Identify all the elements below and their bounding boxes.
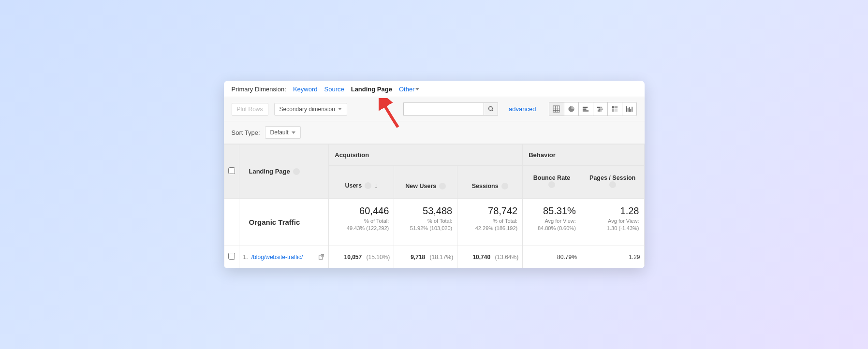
help-icon[interactable] — [501, 183, 508, 189]
comparison-icon — [597, 105, 604, 113]
sessions-header-label: Sessions — [472, 183, 499, 189]
sessions-header[interactable]: Sessions — [457, 166, 523, 199]
svg-rect-19 — [614, 106, 618, 108]
dimension-other[interactable]: Other — [399, 86, 420, 93]
row-checkbox[interactable] — [228, 253, 235, 260]
total-bounce: 85.31% Avg for View: 84.80% (0.60%) — [523, 199, 581, 246]
help-icon[interactable] — [548, 181, 555, 188]
landing-page-header-label: Landing Page — [249, 168, 290, 175]
svg-rect-16 — [600, 110, 602, 111]
view-bar-button[interactable] — [578, 102, 593, 116]
totals-row: Organic Traffic 60,446 % of Total: 49.43… — [224, 199, 644, 246]
behavior-group-header: Behavior — [523, 145, 644, 166]
search-input[interactable] — [403, 102, 484, 116]
svg-rect-8 — [582, 107, 587, 108]
total-users-sub2: 49.43% (122,292) — [347, 225, 389, 231]
users-header-label: Users — [345, 182, 362, 189]
svg-rect-22 — [627, 108, 628, 112]
total-bounce-value: 85.31% — [528, 205, 576, 217]
bars-icon — [626, 105, 633, 113]
search-button[interactable] — [484, 102, 498, 116]
pps-header[interactable]: Pages / Session — [581, 166, 644, 199]
dimension-landing-page[interactable]: Landing Page — [351, 86, 392, 93]
total-sessions-sub2: 42.29% (186,192) — [475, 225, 517, 231]
svg-rect-21 — [626, 106, 627, 112]
landing-page-link[interactable]: /blog/website-traffic/ — [251, 254, 303, 261]
new-users-header[interactable]: New Users — [394, 166, 457, 199]
svg-rect-17 — [612, 106, 614, 108]
total-sessions-value: 78,742 — [462, 205, 517, 217]
search-box — [403, 102, 498, 116]
dimension-other-label: Other — [399, 86, 415, 93]
analytics-panel: Primary Dimension: Keyword Source Landin… — [224, 81, 645, 268]
primary-dimension-label: Primary Dimension: — [232, 86, 286, 93]
open-external-icon[interactable] — [318, 254, 324, 260]
view-comparison-button[interactable] — [593, 102, 607, 116]
bar-icon — [582, 105, 589, 113]
row-users-value: 10,057 — [344, 254, 362, 261]
pps-header-label: Pages / Session — [589, 174, 635, 181]
total-pps: 1.28 Avg for View: 1.30 (-1.43%) — [581, 199, 644, 246]
pivot-icon — [611, 105, 618, 113]
select-all-checkbox[interactable] — [228, 167, 235, 174]
view-cloud-button[interactable] — [622, 102, 636, 116]
total-new-users-sub2: 51.92% (103,020) — [410, 225, 452, 231]
svg-rect-23 — [629, 107, 630, 112]
caret-down-icon — [338, 108, 342, 110]
total-sessions-sub1: % of Total: — [493, 218, 517, 224]
row-sessions: 10,740 (13.64%) — [457, 246, 523, 268]
total-users-sub1: % of Total: — [364, 218, 389, 224]
total-users-value: 60,446 — [334, 205, 389, 217]
view-pie-button[interactable] — [564, 102, 578, 116]
sort-type-button[interactable]: Default — [265, 126, 301, 139]
total-pps-value: 1.28 — [586, 205, 639, 217]
svg-rect-2 — [553, 106, 559, 112]
sort-row: Sort Type: Default — [224, 121, 645, 144]
help-icon[interactable] — [609, 181, 616, 188]
svg-rect-10 — [582, 110, 588, 111]
acquisition-group-header: Acquisition — [329, 145, 523, 166]
landing-page-header[interactable]: Landing Page — [239, 145, 329, 199]
row-pps: 1.29 — [581, 246, 644, 268]
sort-type-value: Default — [270, 129, 289, 136]
plot-rows-button: Plot Rows — [232, 103, 268, 116]
caret-down-icon — [415, 88, 419, 90]
total-users: 60,446 % of Total: 49.43% (122,292) — [329, 199, 394, 246]
search-icon — [488, 106, 494, 112]
advanced-link[interactable]: advanced — [509, 105, 536, 113]
secondary-dimension-button[interactable]: Secondary dimension — [274, 103, 347, 116]
bounce-rate-header[interactable]: Bounce Rate — [523, 166, 581, 199]
svg-rect-12 — [600, 107, 602, 108]
new-users-header-label: New Users — [405, 183, 436, 189]
svg-rect-11 — [597, 107, 600, 108]
sort-desc-icon: ↓ — [374, 182, 378, 189]
help-icon[interactable] — [365, 182, 371, 189]
svg-rect-15 — [597, 110, 600, 111]
view-table-button[interactable] — [549, 102, 564, 116]
row-sessions-value: 10,740 — [472, 254, 490, 261]
dimension-source[interactable]: Source — [324, 86, 344, 93]
bounce-rate-header-label: Bounce Rate — [533, 174, 570, 181]
primary-dimension-row: Primary Dimension: Keyword Source Landin… — [224, 81, 645, 97]
total-bounce-sub1: Avg for View: — [544, 218, 575, 224]
select-all-header — [224, 145, 239, 199]
dimension-keyword[interactable]: Keyword — [293, 86, 318, 93]
help-icon[interactable] — [439, 183, 446, 189]
row-users: 10,057 (15.10%) — [329, 246, 394, 268]
view-pivot-button[interactable] — [607, 102, 622, 116]
row-new-users-value: 9,718 — [411, 254, 425, 261]
svg-rect-14 — [600, 109, 603, 110]
row-landing-page-cell: 1. /blog/website-traffic/ — [239, 246, 329, 268]
row-sessions-pct: (13.64%) — [495, 254, 518, 261]
pie-icon — [568, 105, 575, 113]
total-new-users-value: 53,488 — [399, 205, 452, 217]
segment-name: Organic Traffic — [239, 199, 329, 246]
svg-rect-24 — [630, 109, 631, 112]
svg-rect-18 — [612, 109, 614, 112]
help-icon[interactable] — [293, 168, 300, 175]
svg-rect-9 — [582, 109, 586, 110]
svg-point-0 — [488, 107, 492, 111]
view-toggle-group — [549, 102, 637, 116]
users-header[interactable]: Users ↓ — [329, 166, 394, 199]
row-new-users: 9,718 (18.17%) — [394, 246, 457, 268]
